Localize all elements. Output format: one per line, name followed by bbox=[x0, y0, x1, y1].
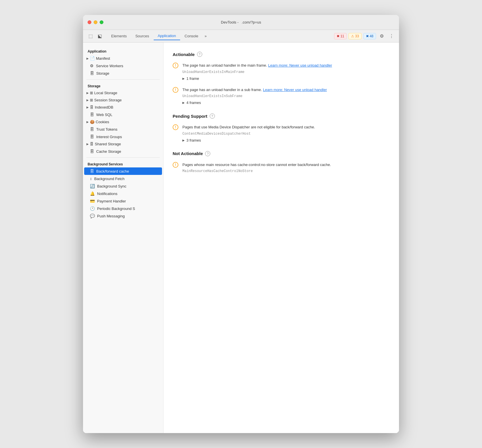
sidebar-item-notifications[interactable]: 🔔 Notifications bbox=[84, 190, 162, 197]
sidebar-item-trust-tokens[interactable]: 🗄 Trust Tokens bbox=[84, 125, 162, 133]
background-fetch-label: Background Fetch bbox=[94, 177, 125, 181]
errors-badge[interactable]: ✖ 11 bbox=[334, 33, 347, 39]
issue-content-unload-main: The page has an unload handler in the ma… bbox=[182, 63, 390, 81]
warning-icon: ⚠ bbox=[351, 34, 354, 38]
not-actionable-help[interactable]: ? bbox=[205, 151, 210, 156]
not-actionable-header: Not Actionable ? bbox=[173, 151, 390, 156]
web-sql-label: Web SQL bbox=[96, 113, 112, 117]
issue-frames-unload-sub[interactable]: ▶ 4 frames bbox=[182, 100, 390, 105]
devtools-window: DevTools - .com/?p=us ⬚ ⬕ Elements Sourc… bbox=[83, 15, 399, 433]
issue-content-media-device: Pages that use Media Device Dispatcher a… bbox=[182, 124, 390, 143]
sidebar-item-storage[interactable]: 🗄 Storage bbox=[84, 69, 162, 77]
shared-storage-icon: 🗄 bbox=[90, 142, 94, 146]
sidebar-item-service-workers[interactable]: ⚙ Service Workers bbox=[84, 62, 162, 69]
session-storage-icon: ⊞ bbox=[90, 98, 93, 102]
frames-text-media-device: 3 frames bbox=[186, 138, 201, 142]
issue-code-media-device: ContentMediaDevicesDispatcherHost bbox=[182, 132, 390, 136]
sidebar-item-payment-handler[interactable]: 💳 Payment Handler bbox=[84, 197, 162, 205]
pending-support-help[interactable]: ? bbox=[210, 113, 215, 119]
toolbar-tabs: Elements Sources Application Console » bbox=[107, 32, 333, 40]
sidebar-item-back-forward-cache[interactable]: 🗄 Back/forward cache bbox=[84, 167, 162, 175]
web-sql-icon: 🗄 bbox=[90, 112, 94, 117]
background-sync-icon: 🔄 bbox=[90, 184, 95, 188]
sidebar-item-local-storage[interactable]: ▶ ⊞ Local Storage bbox=[84, 89, 162, 96]
frames-chevron-media-device: ▶ bbox=[182, 139, 185, 142]
actionable-help[interactable]: ? bbox=[197, 52, 202, 57]
session-storage-chevron: ▶ bbox=[86, 99, 89, 102]
sidebar-item-web-sql[interactable]: 🗄 Web SQL bbox=[84, 111, 162, 118]
manifest-label: Manifest bbox=[96, 56, 110, 61]
manifest-icon: 📄 bbox=[90, 56, 95, 61]
tab-console[interactable]: Console bbox=[181, 32, 203, 40]
sidebar-item-periodic-background[interactable]: 🕐 Periodic Background S bbox=[84, 205, 162, 212]
actionable-title: Actionable bbox=[173, 52, 195, 57]
shared-storage-chevron: ▶ bbox=[86, 142, 89, 146]
issue-media-device-dispatcher: ! Pages that use Media Device Dispatcher… bbox=[173, 124, 390, 143]
sidebar-item-background-fetch[interactable]: ↕ Background Fetch bbox=[84, 175, 162, 182]
shared-storage-label: Shared Storage bbox=[95, 142, 121, 146]
device-icon-button[interactable]: ⬕ bbox=[96, 32, 104, 40]
local-storage-icon: ⊞ bbox=[90, 91, 93, 95]
sidebar-item-cookies[interactable]: ▶ 🍪 Cookies bbox=[84, 118, 162, 125]
issue-frames-media-device[interactable]: ▶ 3 frames bbox=[182, 138, 390, 143]
app-section-title: Application bbox=[83, 47, 163, 55]
sidebar-item-background-sync[interactable]: 🔄 Background Sync bbox=[84, 182, 162, 190]
not-actionable-title: Not Actionable bbox=[173, 151, 203, 156]
background-fetch-icon: ↕ bbox=[90, 176, 92, 181]
maximize-button[interactable] bbox=[100, 20, 103, 24]
indexeddb-icon: 🗄 bbox=[90, 105, 94, 109]
tab-application[interactable]: Application bbox=[154, 32, 180, 40]
pending-support-section: Pending Support ? ! Pages that use Media… bbox=[173, 113, 390, 143]
cookies-label: Cookies bbox=[96, 120, 109, 124]
frames-text-unload-main: 1 frame bbox=[186, 76, 199, 81]
payment-handler-label: Payment Handler bbox=[97, 199, 126, 203]
sidebar-item-shared-storage[interactable]: ▶ 🗄 Shared Storage bbox=[84, 140, 162, 148]
indexeddb-label: IndexedDB bbox=[95, 105, 113, 109]
issues-badge[interactable]: ✖ 48 bbox=[363, 33, 376, 39]
sidebar-item-cache-storage[interactable]: 🗄 Cache Storage bbox=[84, 148, 162, 155]
issue-content-unload-sub: The page has an unload handler in a sub … bbox=[182, 87, 390, 106]
cookies-chevron: ▶ bbox=[86, 120, 89, 123]
sidebar-item-interest-groups[interactable]: 🗄 Interest Groups bbox=[84, 133, 162, 140]
actionable-section: Actionable ? ! The page has an unload ha… bbox=[173, 52, 390, 105]
tab-elements[interactable]: Elements bbox=[107, 32, 131, 40]
interest-groups-icon: 🗄 bbox=[90, 134, 94, 139]
cursor-icon-button[interactable]: ⬚ bbox=[86, 32, 95, 40]
more-tabs-button[interactable]: » bbox=[203, 33, 208, 39]
warning-icon-cache-control: ! bbox=[173, 162, 178, 168]
payment-handler-icon: 💳 bbox=[90, 199, 95, 203]
divider-1 bbox=[86, 79, 160, 80]
warnings-badge[interactable]: ⚠ 33 bbox=[348, 33, 361, 39]
toolbar-icons: ⬚ ⬕ bbox=[86, 32, 104, 40]
minimize-button[interactable] bbox=[94, 20, 97, 24]
session-storage-label: Session Storage bbox=[94, 98, 122, 102]
cookies-icon: 🍪 bbox=[90, 120, 95, 124]
push-messaging-icon: 💬 bbox=[90, 214, 95, 218]
learn-more-link-unload-sub[interactable]: Learn more: Never use unload handler bbox=[263, 88, 327, 92]
issue-cache-control-no-store: ! Pages whose main resource has cache-co… bbox=[173, 162, 390, 175]
issue-unload-main-frame: ! The page has an unload handler in the … bbox=[173, 63, 390, 81]
issue-content-cache-control: Pages whose main resource has cache-cont… bbox=[182, 162, 390, 175]
pending-support-header: Pending Support ? bbox=[173, 113, 390, 119]
not-actionable-section: Not Actionable ? ! Pages whose main reso… bbox=[173, 151, 390, 175]
sidebar-item-manifest[interactable]: ▶ 📄 Manifest bbox=[84, 55, 162, 62]
sidebar-item-indexeddb[interactable]: ▶ 🗄 IndexedDB bbox=[84, 104, 162, 111]
more-options-button[interactable]: ⋮ bbox=[387, 32, 396, 40]
issue-frames-unload-main[interactable]: ▶ 1 frame bbox=[182, 76, 390, 81]
frames-text-unload-sub: 4 frames bbox=[186, 101, 201, 105]
issue-text-cache-control: Pages whose main resource has cache-cont… bbox=[182, 162, 390, 168]
bg-section-title: Background Services bbox=[83, 160, 163, 167]
learn-more-link-unload-main[interactable]: Learn more: Never use unload handler bbox=[268, 63, 332, 67]
warning-icon-unload-main: ! bbox=[173, 63, 178, 68]
local-storage-chevron: ▶ bbox=[86, 91, 89, 94]
interest-groups-label: Interest Groups bbox=[96, 135, 122, 139]
close-button[interactable] bbox=[88, 20, 91, 24]
tab-sources[interactable]: Sources bbox=[131, 32, 153, 40]
issue-unload-sub-frame: ! The page has an unload handler in a su… bbox=[173, 87, 390, 106]
service-workers-label: Service Workers bbox=[96, 64, 123, 68]
sidebar-item-push-messaging[interactable]: 💬 Push Messaging bbox=[84, 212, 162, 220]
issue-text-unload-sub: The page has an unload handler in a sub … bbox=[182, 87, 390, 93]
periodic-background-label: Periodic Background S bbox=[97, 206, 135, 211]
settings-button[interactable]: ⚙ bbox=[378, 32, 386, 40]
sidebar-item-session-storage[interactable]: ▶ ⊞ Session Storage bbox=[84, 96, 162, 104]
